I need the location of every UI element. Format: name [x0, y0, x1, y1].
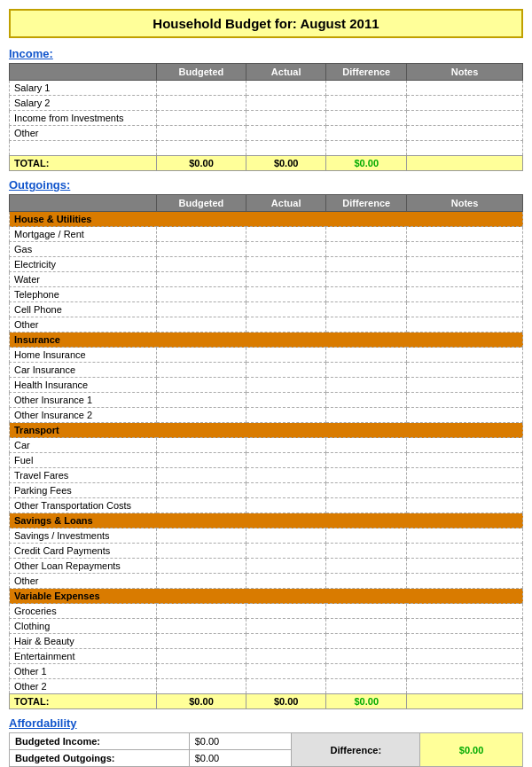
table-row: Other Insurance 2 — [10, 408, 523, 423]
outgoings-total-row: TOTAL: $0.00 $0.00 $0.00 — [10, 694, 523, 709]
table-row: Gas — [10, 242, 523, 257]
out-col-label — [10, 195, 157, 212]
out-col-difference: Difference — [326, 195, 407, 212]
table-row: Salary 2 — [10, 96, 523, 111]
affordability-section-header: Affordability — [9, 716, 523, 730]
outgoings-table: Budgeted Actual Difference Notes House &… — [9, 194, 523, 709]
category-header-house: House & Utilities — [10, 212, 523, 227]
table-row: Home Insurance — [10, 348, 523, 363]
category-header-variable: Variable Expenses — [10, 589, 523, 604]
income-table: Budgeted Actual Difference Notes Salary … — [9, 63, 523, 171]
page-title: Household Budget for: August 2011 — [9, 9, 523, 38]
table-row: Travel Fares — [10, 468, 523, 483]
table-row: Clothing — [10, 619, 523, 634]
table-row: Other Transportation Costs — [10, 498, 523, 513]
table-row: Water — [10, 272, 523, 287]
table-row: Groceries — [10, 604, 523, 619]
table-row: Car Insurance — [10, 363, 523, 378]
table-row: Other — [10, 317, 523, 333]
income-section-header: Income: — [9, 47, 523, 60]
table-row: Other — [10, 126, 523, 141]
income-total-row: TOTAL: $0.00 $0.00 $0.00 — [10, 156, 523, 171]
table-row: Car — [10, 438, 523, 453]
category-header-insurance: Insurance — [10, 333, 523, 348]
table-row: Income from Investments — [10, 111, 523, 126]
table-row: Mortgage / Rent — [10, 227, 523, 242]
income-col-difference: Difference — [326, 64, 407, 81]
table-row: Cell Phone — [10, 302, 523, 317]
table-row: Health Insurance — [10, 378, 523, 393]
table-row: Electricity — [10, 257, 523, 272]
income-col-actual: Actual — [246, 64, 326, 81]
afford-budgeted-row: Budgeted Income: $0.00 Difference: $0.00 — [10, 733, 523, 750]
table-row: Other Insurance 1 — [10, 393, 523, 408]
table-row: Telephone — [10, 287, 523, 302]
affordability-table: Budgeted Income: $0.00 Difference: $0.00… — [9, 732, 523, 767]
table-row: Other 1 — [10, 664, 523, 679]
title-prefix: Household Budget for: — [153, 16, 296, 31]
out-col-actual: Actual — [246, 195, 326, 212]
table-row: Other 2 — [10, 679, 523, 694]
table-row: Hair & Beauty — [10, 634, 523, 649]
table-row: Fuel — [10, 453, 523, 468]
table-row: Other — [10, 574, 523, 589]
table-row: Entertainment — [10, 649, 523, 664]
outgoings-section-header: Outgoings: — [9, 178, 523, 192]
table-row-empty — [10, 141, 523, 156]
table-row: Parking Fees — [10, 483, 523, 498]
income-col-label — [10, 64, 157, 81]
out-col-notes: Notes — [407, 195, 523, 212]
table-row: Other Loan Repayments — [10, 559, 523, 574]
income-col-notes: Notes — [407, 64, 523, 81]
income-col-budgeted: Budgeted — [157, 64, 246, 81]
table-row: Salary 1 — [10, 81, 523, 96]
category-header-savings: Savings & Loans — [10, 513, 523, 528]
title-month: August 2011 — [300, 16, 379, 31]
category-header-transport: Transport — [10, 423, 523, 438]
out-col-budgeted: Budgeted — [157, 195, 246, 212]
table-row: Credit Card Payments — [10, 544, 523, 559]
table-row: Savings / Investments — [10, 528, 523, 544]
